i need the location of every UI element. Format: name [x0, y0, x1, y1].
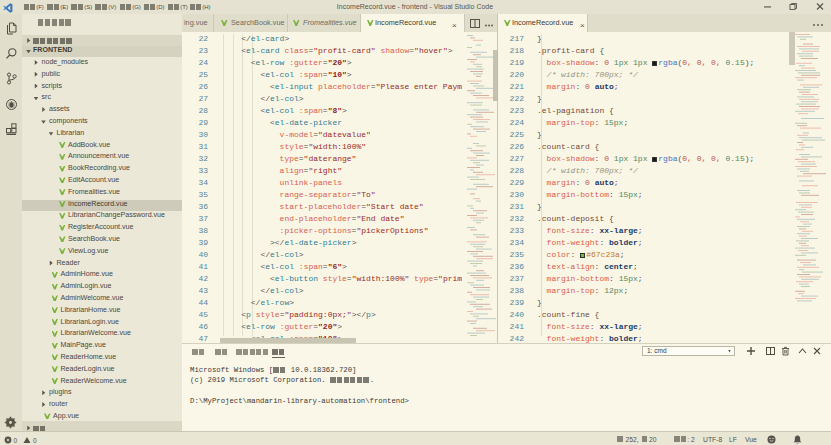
- svg-text:0: 0: [33, 436, 37, 443]
- svg-text:0: 0: [14, 436, 18, 443]
